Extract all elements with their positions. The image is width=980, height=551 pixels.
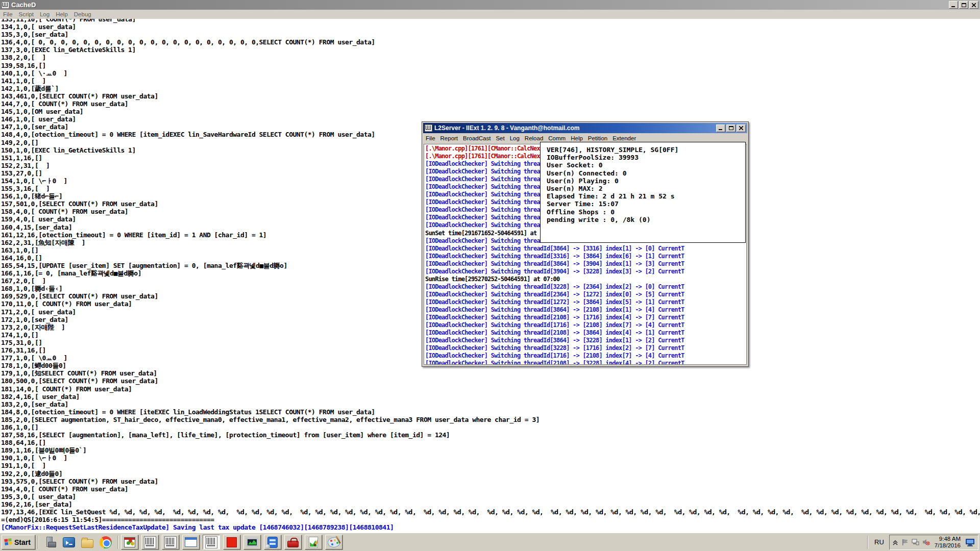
console-log-line: 137,3,0,[EXEC lin_GetActiveSkills 1] [1, 46, 980, 54]
menu-item-log[interactable]: Log [507, 135, 522, 141]
l2server-window-title: L2Server - IlExt 1. 2. 9. 8 - Vanganth@h… [434, 124, 715, 132]
blue-panel-app-task-button[interactable] [264, 535, 281, 549]
server-log-line: [IODeadlockChecker] Switching threadId[1… [425, 298, 746, 306]
toolbox-icon [287, 541, 299, 547]
cached-menubar: FileScriptLogHelpDebug [0, 10, 980, 19]
cached-window-title: CacheD [11, 1, 948, 9]
explorer-folder-quicklaunch-button[interactable] [80, 535, 95, 550]
chrome-icon [100, 536, 112, 548]
console-log-line: 184,8,0,[otection_timeout] = 0 WHERE [it… [1, 408, 980, 416]
windows-logo-icon [4, 538, 12, 546]
moncht-icon [246, 538, 258, 547]
taskbar-separator [867, 536, 868, 549]
menu-item-broadcast[interactable]: BroadCast [460, 135, 493, 141]
console-log-line: 187,58,16,[SELECT [augmentation], [mana_… [1, 431, 980, 439]
menu-item-set[interactable]: Set [493, 135, 507, 141]
cached-close-button[interactable] [969, 1, 978, 9]
language-indicator[interactable]: RU [871, 538, 887, 546]
red-square-app-task-button[interactable] [223, 535, 240, 549]
start-button[interactable]: Start [2, 535, 35, 549]
chartpencil-icon [309, 537, 318, 548]
server-log-line: [IODeadlockChecker] Switching threadId[3… [425, 268, 746, 276]
console-log-line: 136,4,0,[ 0, 0, 0, 0, 0, 0, 0, 0, 0, 0, … [1, 38, 980, 46]
status-line: Server Time: 15:07 [547, 200, 745, 208]
menu-item-petition[interactable]: Petition [585, 135, 610, 141]
clock[interactable]: 9:48 AM 7/18/2016 [933, 536, 962, 549]
server-log-line: [IODeadlockChecker] Switching threadId[2… [425, 360, 746, 364]
palette-app-task-button[interactable] [325, 535, 342, 549]
show-desktop-icon[interactable] [965, 538, 975, 547]
monitor-graph-app-task-button[interactable] [243, 535, 261, 549]
server-log-line: [IODeadlockChecker] Switching threadId[3… [425, 344, 746, 352]
console-log-line: 190,1,0,[ \⌐ㅏ0 ] [1, 454, 980, 462]
menu-item-debug[interactable]: Debug [71, 11, 94, 17]
barcode-icon [164, 536, 177, 548]
white-window-task-button[interactable] [182, 535, 200, 549]
barcode-icon [205, 536, 217, 548]
gears-app-task-button[interactable] [121, 535, 138, 549]
server-log-line: [IODeadlockChecker] Switching threadId[3… [425, 245, 746, 253]
server-log-line: SunRise time[295270252-50464591] at 07:0… [425, 276, 746, 283]
console-log-line: 195,3,0,[ user_data] [1, 493, 980, 500]
menu-item-log[interactable]: Log [37, 11, 53, 17]
l2server-console[interactable]: [.\Manor.cpp][1761][CManor::CalcNex[.\Ma… [424, 144, 747, 365]
console-log-line: 188,64,16,[] [1, 439, 980, 446]
menu-item-file[interactable]: File [0, 11, 16, 17]
l2server-titlebar[interactable]: L2Server - IlExt 1. 2. 9. 8 - Vanganth@h… [423, 123, 747, 133]
barcode-console-1-task-button[interactable] [141, 535, 159, 549]
console-log-line: 135,3,0,[ser_data] [1, 31, 980, 38]
menu-item-file[interactable]: File [423, 135, 438, 141]
menu-item-help[interactable]: Help [568, 135, 585, 141]
speaker-muted-icon[interactable] [922, 539, 930, 545]
server-log-line: [IODeadlockChecker] Switching threadId[3… [425, 283, 746, 291]
cached-maximize-button[interactable] [959, 1, 968, 9]
console-log-line: 193,575,0,[SELECT COUNT(*) FROM user_dat… [1, 478, 980, 485]
quick-launch [41, 535, 115, 550]
menu-item-report[interactable]: Report [438, 135, 461, 141]
server-log-line: [IODeadlockChecker] Switching threadId[2… [425, 329, 746, 337]
redsq-icon [227, 537, 237, 547]
server-log-line: [IODeadlockChecker] Switching threadId[2… [425, 314, 746, 321]
network-icon[interactable] [912, 539, 919, 545]
flag-icon[interactable] [901, 539, 909, 546]
chrome-quicklaunch-button[interactable] [98, 535, 113, 550]
menu-item-help[interactable]: Help [53, 11, 71, 17]
menu-item-comm[interactable]: Comm [546, 135, 568, 141]
status-line: User(n) Connected: 0 [547, 169, 745, 177]
console-log-line: 141,1,0,[ ] [1, 77, 980, 85]
cached-minimize-button[interactable] [949, 1, 958, 9]
desktop: CacheD FileScriptLogHelpDebug 133,11,10,… [0, 0, 980, 551]
l2server-minimize-button[interactable] [716, 124, 725, 132]
menu-item-script[interactable]: Script [16, 11, 37, 17]
menu-item-extender[interactable]: Extender [610, 135, 639, 141]
task-buttons [121, 535, 342, 549]
console-log-line: 192,2,0,[逮d0들0] [1, 470, 980, 478]
powershell-icon [63, 537, 75, 547]
status-line: User(n) MAX: 2 [547, 185, 745, 192]
status-line: pending write : 0, /8k (0) [547, 216, 745, 223]
console-log-line: 138,2,0,[ ] [1, 54, 980, 61]
server-log-line: [IODeadlockChecker] Switching threadId[1… [425, 352, 746, 360]
l2server-close-button[interactable] [737, 124, 746, 132]
cached-app-icon [2, 2, 9, 9]
server-log-line: [IODeadlockChecker] Switching threadId[3… [425, 337, 746, 344]
console-log-line: 134,1,0,[ user_data] [1, 23, 980, 31]
cached-titlebar[interactable]: CacheD [0, 0, 980, 10]
tray-time: 9:48 AM [935, 536, 961, 542]
l2server-maximize-button[interactable] [726, 124, 736, 132]
console-log-line: 196,2,16,[ser_data] [1, 500, 980, 508]
console-log-line: 139,58,16,[] [1, 62, 980, 69]
powershell-quicklaunch-button[interactable] [61, 535, 77, 550]
server-tools-quicklaunch-button[interactable] [43, 535, 58, 550]
barcode-console-2-task-button[interactable] [162, 535, 179, 549]
console-log-line: 186,1,0,[] [1, 423, 980, 431]
console-log-line: 185,2,0,[SELECT augmentation, ST_hair_de… [1, 416, 980, 423]
console-log-line: =(end)QS[2016:6:15 11:54:5]=============… [1, 516, 980, 523]
menu-item-reload[interactable]: Reload [522, 135, 546, 141]
barcode-console-3-task-button[interactable] [203, 535, 220, 549]
chevron-up-icon[interactable] [892, 539, 898, 545]
status-line: User(n) Playing: 0 [547, 177, 745, 185]
status-line: VER[746], HISTORY_SIMPLE, SG[0FF] [547, 146, 745, 154]
red-toolbox-app-task-button[interactable] [284, 535, 302, 549]
chart-pencil-app-task-button[interactable] [305, 535, 322, 549]
